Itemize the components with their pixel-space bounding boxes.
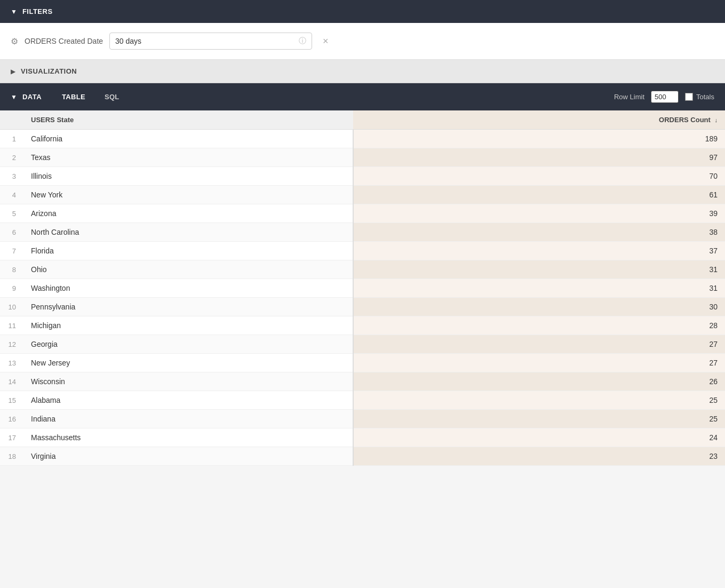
row-num-cell: 14	[0, 372, 23, 391]
table-row: 8Ohio31	[0, 260, 725, 279]
state-cell: Indiana	[23, 410, 353, 428]
row-num-cell: 11	[0, 316, 23, 335]
state-cell: New Jersey	[23, 354, 353, 372]
orders-count-cell: 28	[353, 316, 725, 335]
row-num-cell: 10	[0, 298, 23, 316]
orders-count-cell: 189	[353, 130, 725, 148]
table-header: USERS State ORDERS Count ↓	[0, 110, 725, 130]
row-num-cell: 2	[0, 148, 23, 167]
row-num-cell: 4	[0, 186, 23, 204]
row-num-cell: 7	[0, 242, 23, 260]
state-cell: Texas	[23, 148, 353, 167]
row-num-cell: 3	[0, 167, 23, 186]
orders-count-cell: 30	[353, 298, 725, 316]
filters-body: ⚙ ORDERS Created Date ⓘ ×	[0, 23, 725, 60]
orders-count-cell: 27	[353, 354, 725, 372]
filters-section-header[interactable]: ▼ FILTERS	[0, 0, 725, 23]
col-header-state[interactable]: USERS State	[23, 110, 353, 130]
table-row: 1California189	[0, 130, 725, 148]
table-row: 5Arizona39	[0, 204, 725, 223]
data-collapse-arrow[interactable]: ▼	[11, 93, 17, 101]
row-num-cell: 17	[0, 428, 23, 447]
row-num-cell: 15	[0, 391, 23, 410]
row-num-cell: 13	[0, 354, 23, 372]
orders-count-cell: 31	[353, 279, 725, 298]
totals-checkbox[interactable]	[685, 93, 693, 101]
orders-count-cell: 38	[353, 223, 725, 242]
filters-collapse-arrow: ▼	[11, 8, 17, 15]
orders-count-cell: 61	[353, 186, 725, 204]
state-cell: Arizona	[23, 204, 353, 223]
tab-table[interactable]: TABLE	[52, 93, 95, 101]
state-cell: Alabama	[23, 391, 353, 410]
data-section-header: ▼ DATA TABLE SQL Row Limit Totals	[0, 83, 725, 110]
table-row: 10Pennsylvania30	[0, 298, 725, 316]
filter-close-icon[interactable]: ×	[323, 36, 329, 47]
filter-label: ORDERS Created Date	[25, 37, 103, 45]
table-row: 14Wisconsin26	[0, 372, 725, 391]
row-num-cell: 12	[0, 335, 23, 354]
filter-gear-icon[interactable]: ⚙	[11, 36, 18, 46]
row-num-cell: 16	[0, 410, 23, 428]
visualization-title: VISUALIZATION	[21, 67, 77, 75]
state-cell: Michigan	[23, 316, 353, 335]
table-row: 17Massachusetts24	[0, 428, 725, 447]
table-row: 6North Carolina38	[0, 223, 725, 242]
row-num-cell: 6	[0, 223, 23, 242]
row-limit-input[interactable]	[651, 91, 679, 103]
table-row: 4New York61	[0, 186, 725, 204]
totals-wrap: Totals	[685, 93, 714, 101]
orders-count-cell: 39	[353, 204, 725, 223]
data-title: DATA	[22, 93, 42, 101]
table-row: 11Michigan28	[0, 316, 725, 335]
table-row: 2Texas97	[0, 148, 725, 167]
state-cell: Illinois	[23, 167, 353, 186]
table-row: 18Virginia23	[0, 447, 725, 466]
row-limit-label: Row Limit	[614, 93, 644, 101]
orders-count-cell: 97	[353, 148, 725, 167]
state-cell: Wisconsin	[23, 372, 353, 391]
orders-count-cell: 23	[353, 447, 725, 466]
table-row: 15Alabama25	[0, 391, 725, 410]
orders-count-cell: 25	[353, 410, 725, 428]
data-table: USERS State ORDERS Count ↓ 1California18…	[0, 110, 725, 466]
totals-label: Totals	[696, 93, 714, 101]
table-row: 3Illinois70	[0, 167, 725, 186]
state-cell: Virginia	[23, 447, 353, 466]
visualization-section-header[interactable]: ▶ VISUALIZATION	[0, 60, 725, 83]
state-cell: Georgia	[23, 335, 353, 354]
row-num-cell: 18	[0, 447, 23, 466]
orders-count-cell: 27	[353, 335, 725, 354]
orders-count-cell: 24	[353, 428, 725, 447]
orders-count-cell: 37	[353, 242, 725, 260]
state-cell: Florida	[23, 242, 353, 260]
orders-count-cell: 31	[353, 260, 725, 279]
table-body: 1California1892Texas973Illinois704New Yo…	[0, 130, 725, 466]
row-num-cell: 8	[0, 260, 23, 279]
row-num-cell: 9	[0, 279, 23, 298]
data-header-right: Row Limit Totals	[614, 91, 714, 103]
table-row: 16Indiana25	[0, 410, 725, 428]
table-row: 13New Jersey27	[0, 354, 725, 372]
data-table-container: USERS State ORDERS Count ↓ 1California18…	[0, 110, 725, 466]
state-cell: Pennsylvania	[23, 298, 353, 316]
state-cell: Ohio	[23, 260, 353, 279]
state-cell: Washington	[23, 279, 353, 298]
orders-count-cell: 25	[353, 391, 725, 410]
col-header-orders[interactable]: ORDERS Count ↓	[353, 110, 725, 130]
row-num-cell: 5	[0, 204, 23, 223]
col-header-num	[0, 110, 23, 130]
filters-title: FILTERS	[22, 7, 53, 15]
filter-input-wrap: ⓘ	[109, 33, 312, 50]
row-num-cell: 1	[0, 130, 23, 148]
orders-count-cell: 26	[353, 372, 725, 391]
table-row: 7Florida37	[0, 242, 725, 260]
tab-sql[interactable]: SQL	[95, 93, 129, 101]
filter-date-input[interactable]	[115, 37, 296, 45]
state-cell: Massachusetts	[23, 428, 353, 447]
sort-arrow-icon: ↓	[715, 117, 718, 123]
orders-count-cell: 70	[353, 167, 725, 186]
table-row: 9Washington31	[0, 279, 725, 298]
table-row: 12Georgia27	[0, 335, 725, 354]
filter-help-icon[interactable]: ⓘ	[299, 36, 306, 46]
